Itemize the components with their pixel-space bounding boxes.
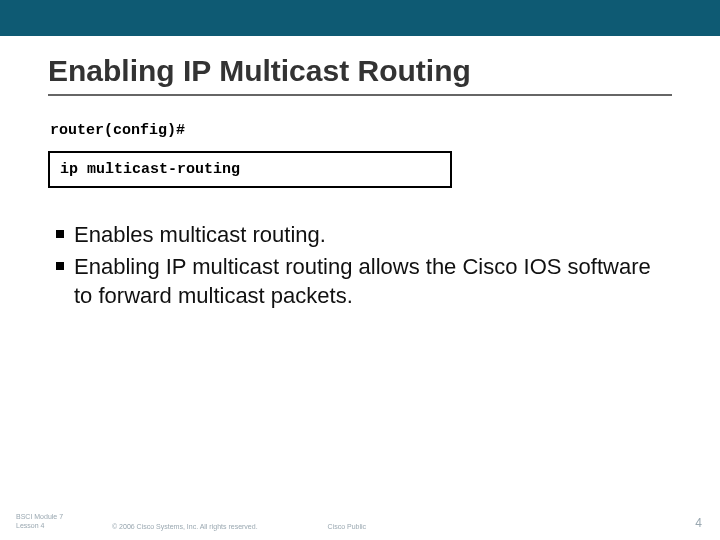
footer-lesson: BSCI Module 7 Lesson 4 [0,513,112,530]
footer-lesson-line2: Lesson 4 [16,522,112,530]
footer-cisco-public: Cisco Public [258,523,367,530]
bullet-item: Enabling IP multicast routing allows the… [52,252,672,311]
bullet-item: Enables multicast routing. [52,220,672,250]
slide-title: Enabling IP Multicast Routing [48,54,672,88]
slide-content: Enabling IP Multicast Routing router(con… [0,36,720,311]
footer: BSCI Module 7 Lesson 4 © 2006 Cisco Syst… [0,513,720,530]
command-text: ip multicast-routing [60,161,240,178]
title-underline [48,94,672,96]
footer-lesson-line1: BSCI Module 7 [16,513,112,521]
config-prompt: router(config)# [50,122,672,139]
header-bar [0,0,720,36]
command-box: ip multicast-routing [48,151,452,188]
bullet-list: Enables multicast routing. Enabling IP m… [52,220,672,311]
footer-copyright: © 2006 Cisco Systems, Inc. All rights re… [112,523,258,530]
footer-page-number: 4 [695,516,720,530]
